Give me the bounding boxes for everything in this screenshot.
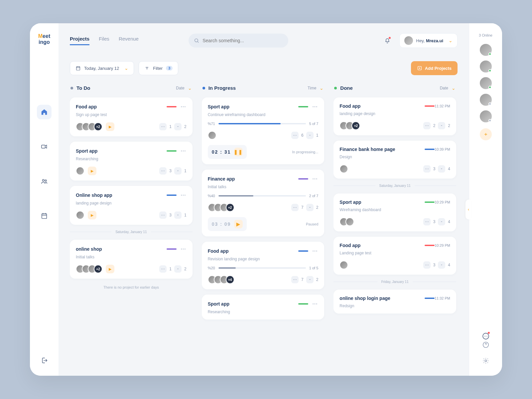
collapse-panel-button[interactable]: ‹ (466, 200, 471, 219)
attachments-count: 2 (448, 123, 450, 128)
presence-avatar[interactable] (480, 94, 492, 106)
avatar-group (339, 217, 351, 226)
task-card[interactable]: Sport app10:29 PMWireframing dashboard⋯3… (333, 194, 456, 231)
card-menu-button[interactable]: ⋯ (312, 176, 318, 182)
sort-button[interactable]: Date⌄ (440, 85, 456, 91)
attachments-icon: ⁃ (306, 204, 314, 211)
pause-button[interactable]: ❚❚ (234, 148, 243, 156)
filter-button[interactable]: Filter 3 (139, 61, 178, 75)
card-menu-button[interactable]: ⋯ (181, 192, 187, 198)
card-time: 11:32 PM (435, 104, 450, 108)
task-card[interactable]: online shop⋯Initial talks+2▶⋯1⁃2 (70, 240, 193, 279)
comments-icon: ⋯ (159, 265, 167, 273)
sort-button[interactable]: Time⌄ (308, 85, 324, 91)
play-button[interactable]: ▶ (88, 211, 96, 219)
task-card[interactable]: Food app10:29 PMLanding page test⋯3⁃4 (333, 237, 456, 275)
timer: 03 : 09▶ (208, 217, 247, 231)
svg-point-4 (195, 39, 198, 42)
timer: 02 : 31❚❚ (208, 145, 247, 159)
card-menu-button[interactable]: ⋯ (181, 148, 187, 154)
presence-avatar[interactable] (480, 110, 492, 122)
tab-revenue[interactable]: Revenue (119, 36, 139, 45)
color-tag (425, 201, 435, 203)
card-subtitle: Landing page test (339, 251, 450, 255)
presence-avatar[interactable] (480, 77, 492, 89)
calendar-icon (41, 212, 48, 219)
color-tag (425, 105, 435, 107)
help-button[interactable] (482, 341, 489, 350)
avatar-group (76, 167, 82, 175)
calendar-icon (75, 66, 81, 71)
logout-icon (41, 357, 48, 364)
svg-rect-3 (42, 214, 47, 219)
card-menu-button[interactable]: ⋯ (181, 246, 187, 252)
date-divider: Saturday, January 11 (70, 230, 193, 234)
play-button[interactable]: ▶ (106, 265, 114, 273)
nav-calendar[interactable] (37, 208, 52, 223)
card-menu-button[interactable]: ⋯ (312, 103, 318, 110)
card-title: Finance bank home page (339, 147, 425, 152)
color-tag (425, 298, 435, 299)
date-divider: Friday, January 11 (333, 280, 456, 284)
chat-button[interactable] (481, 331, 491, 341)
card-menu-button[interactable]: ⋯ (181, 103, 187, 110)
card-time: 10:29 PM (435, 243, 450, 247)
settings-button[interactable] (482, 357, 489, 366)
controls: Today, January 12 ⌄ Filter 3 Add Project… (70, 61, 458, 75)
nav-video[interactable] (37, 139, 52, 154)
card-title: Finance app (208, 176, 299, 182)
add-projects-button[interactable]: Add Projects (411, 61, 458, 75)
avatar-group: +2 (208, 203, 232, 212)
task-card[interactable]: Sport app⋯Researching▶⋯3⁃1 (70, 142, 193, 181)
color-tag (298, 250, 308, 252)
comments-icon: ⋯ (423, 218, 431, 225)
play-button[interactable]: ▶ (234, 220, 243, 228)
comments-count: 7 (301, 277, 304, 282)
nav-team[interactable] (37, 174, 52, 189)
task-card[interactable]: Food app⋯Sign up page test+2▶⋯1⁃2 (70, 97, 193, 136)
home-icon (41, 108, 48, 116)
task-card[interactable]: Food app11:32 PMlanding page design+2⋯2⁃… (333, 97, 456, 135)
task-card[interactable]: Food app⋯Revision landing page design%20… (202, 242, 325, 289)
card-time: 10:39 PM (435, 147, 450, 151)
user-menu[interactable]: Hey, Mreza.ui ⌄ (399, 33, 458, 48)
task-card[interactable]: Finance bank home page10:39 PMDesign⋯3⁃4 (333, 141, 456, 179)
card-time: 11:32 PM (435, 296, 450, 300)
comments-count: 3 (169, 169, 172, 173)
card-menu-button[interactable]: ⋯ (312, 301, 318, 307)
tab-files[interactable]: Files (99, 36, 109, 45)
avatar (345, 217, 354, 226)
avatar-group: +4 (208, 275, 232, 284)
attachments-count: 4 (448, 219, 450, 224)
column-title: In Progress (208, 85, 308, 91)
notifications-button[interactable] (381, 35, 393, 47)
presence-avatar[interactable] (480, 61, 492, 72)
progress-fraction: 2 of 7 (309, 194, 319, 198)
attachments-count: 4 (448, 167, 450, 171)
avatar (76, 167, 84, 175)
search[interactable] (189, 34, 288, 48)
avatar (76, 211, 84, 219)
date-picker-button[interactable]: Today, January 12 ⌄ (70, 61, 134, 75)
play-button[interactable]: ▶ (106, 122, 114, 131)
task-card[interactable]: Finance app⋯Initial talks%402 of 7+2⋯7⁃2… (202, 170, 325, 236)
card-subtitle: Revision landing page design (208, 257, 319, 261)
card-subtitle: Researching (208, 310, 319, 314)
nav-home[interactable] (37, 105, 52, 119)
task-card[interactable]: Sport app⋯Researching (202, 295, 325, 320)
attachments-icon: ⁃ (438, 261, 445, 269)
attachments-count: 1 (184, 169, 187, 173)
add-presence-button[interactable] (480, 128, 492, 140)
task-card[interactable]: Sport app⋯Continue wireframing dashboard… (202, 97, 325, 164)
comments-count: 6 (301, 133, 304, 138)
task-card[interactable]: online shop login page11:32 PMRedsign (333, 290, 456, 314)
attachments-icon: ⁃ (438, 218, 445, 225)
task-card[interactable]: Online shop app⋯landing page design▶⋯3⁃1 (70, 186, 193, 225)
play-button[interactable]: ▶ (88, 167, 96, 175)
sort-button[interactable]: Date⌄ (176, 85, 192, 91)
nav-logout[interactable] (37, 353, 52, 368)
search-input[interactable] (202, 38, 283, 43)
presence-avatar[interactable] (480, 44, 492, 56)
card-menu-button[interactable]: ⋯ (312, 248, 318, 254)
tab-projects[interactable]: Projects (70, 36, 89, 45)
